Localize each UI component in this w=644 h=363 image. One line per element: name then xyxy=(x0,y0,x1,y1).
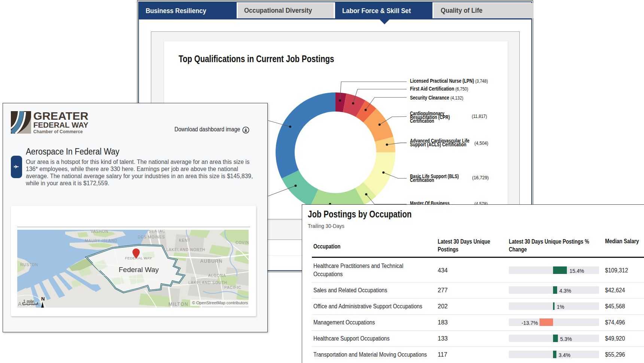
svg-text:1 mile: 1 mile xyxy=(23,299,34,303)
svg-text:LAKELAND NORTH: LAKELAND NORTH xyxy=(166,248,205,252)
svg-text:PACIFIC: PACIFIC xyxy=(224,286,242,290)
svg-text:N: N xyxy=(41,296,45,302)
svg-text:Chamber of Commerce: Chamber of Commerce xyxy=(33,129,83,134)
svg-text:DES MOINES: DES MOINES xyxy=(138,235,165,239)
svg-text:MILTON: MILTON xyxy=(168,302,188,307)
svg-text:Federal Way: Federal Way xyxy=(119,266,159,274)
svg-text:RUSTON: RUSTON xyxy=(20,263,38,267)
svg-text:MAURY ISLAND: MAURY ISLAND xyxy=(85,239,118,243)
svg-text:FEDERAL WAY: FEDERAL WAY xyxy=(125,256,152,260)
svg-text:LAKELAND SOUTH: LAKELAND SOUTH xyxy=(188,281,227,285)
svg-text:COVING: COVING xyxy=(236,241,249,245)
svg-text:AUBURN: AUBURN xyxy=(200,259,223,264)
svg-text:SEATAC: SEATAC xyxy=(149,230,165,233)
svg-text:VASHON: VASHON xyxy=(91,230,109,234)
svg-text:© OpenStreetMap contributors: © OpenStreetMap contributors xyxy=(192,301,248,305)
svg-text:KENT: KENT xyxy=(179,238,191,242)
svg-text:FEDERAL WAY: FEDERAL WAY xyxy=(33,121,88,129)
svg-text:ALGONA: ALGONA xyxy=(208,274,226,278)
